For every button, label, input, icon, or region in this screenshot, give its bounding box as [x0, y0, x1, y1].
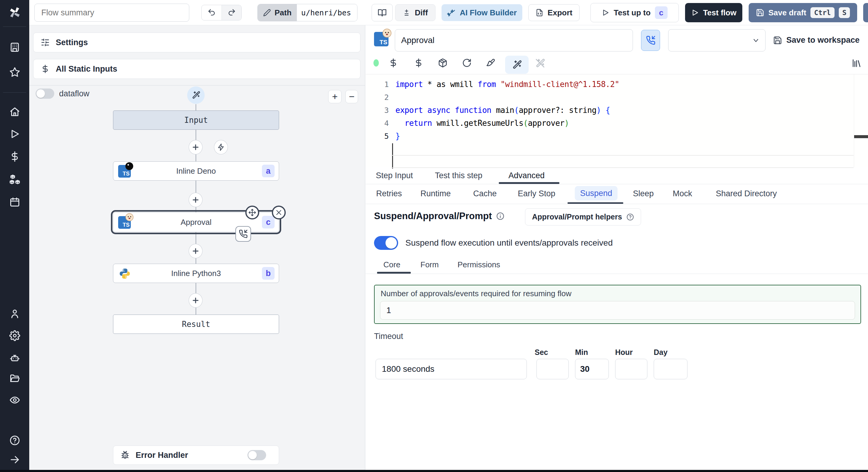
code-editor[interactable]: 12345 import * as wmill from "windmill-c… [366, 74, 868, 167]
timeout-hour-input[interactable] [615, 359, 647, 379]
assets-button[interactable] [389, 58, 398, 68]
tab-form[interactable]: Form [421, 260, 439, 269]
test-flow-button[interactable]: Test flow [685, 3, 742, 22]
step-name-input[interactable] [395, 29, 633, 52]
tab-retries[interactable]: Retries [376, 189, 402, 198]
users-icon[interactable] [9, 308, 20, 319]
flow-summary-input[interactable] [34, 4, 189, 22]
tab-suspend-label: Suspend [580, 189, 613, 198]
tab-test-this-step[interactable]: Test this step [435, 171, 483, 180]
dataflow-toggle[interactable] [36, 89, 54, 99]
format-button[interactable] [486, 58, 496, 68]
tab-early-stop[interactable]: Early Stop [518, 189, 555, 198]
workspace-icon[interactable] [9, 42, 20, 53]
dollar-icon [41, 64, 50, 73]
undo-button[interactable] [202, 5, 221, 20]
flow-settings-button[interactable]: Settings [33, 33, 361, 53]
test-flow-label: Test flow [703, 8, 737, 18]
tab-sleep[interactable]: Sleep [633, 189, 654, 198]
flow-settings-label: Settings [56, 38, 88, 47]
diff-button[interactable]: Diff [395, 4, 435, 21]
tab-core-active[interactable]: Core [383, 260, 400, 269]
close-icon [275, 209, 282, 216]
rotate-cw-icon [462, 58, 472, 68]
timeout-min-input[interactable] [575, 359, 609, 379]
windmill-logo-icon[interactable] [7, 5, 22, 20]
timeout-day-input[interactable] [654, 359, 687, 379]
tab-runtime[interactable]: Runtime [421, 189, 451, 198]
suspend-title: Suspend/Approval/Prompt [374, 211, 492, 222]
schedules-icon[interactable] [9, 197, 20, 207]
path-control[interactable]: Path u/henri/bes [257, 4, 358, 21]
approvals-required-box: Number of approvals/events required for … [374, 285, 861, 324]
step-node-inline-python3[interactable]: Inline Python3 b [113, 264, 279, 283]
tab-suspend-active[interactable]: Suspend [575, 186, 618, 200]
day-label: Day [654, 348, 668, 357]
zoom-in-button[interactable]: + [328, 90, 341, 103]
bug-icon [121, 451, 130, 460]
step-node-label: Inline Python3 [171, 269, 221, 278]
delete-step-button[interactable] [272, 206, 286, 220]
variables-icon[interactable] [9, 151, 20, 162]
tab-step-input[interactable]: Step Input [376, 171, 413, 180]
approvals-required-input[interactable] [380, 301, 855, 320]
tab-permissions[interactable]: Permissions [458, 260, 500, 269]
tab-shared-directory[interactable]: Shared Directory [716, 189, 777, 198]
error-handler-card[interactable]: Error Handler [113, 445, 279, 465]
deploy-button-partial[interactable] [863, 3, 868, 22]
code-line: import * as wmill from "windmill-client@… [396, 78, 619, 91]
ai-disabled-button[interactable] [535, 58, 545, 68]
runs-icon[interactable] [9, 129, 20, 139]
ai-flow-builder-button[interactable]: AI Flow Builder [441, 4, 522, 21]
result-node[interactable]: Result [113, 314, 279, 334]
timeout-input[interactable] [375, 359, 527, 379]
tab-advanced-active[interactable]: Advanced [508, 171, 545, 180]
tab-mock[interactable]: Mock [673, 189, 692, 198]
help-icon[interactable] [9, 435, 20, 446]
reload-button[interactable] [462, 58, 472, 68]
all-static-inputs-button[interactable]: All Static Inputs [33, 59, 361, 79]
template-select[interactable] [668, 29, 766, 52]
add-step-button[interactable] [189, 140, 203, 155]
step-node-inline-deno[interactable]: TS Inline Deno a [113, 161, 279, 180]
tab-cache[interactable]: Cache [473, 189, 497, 198]
redo-button[interactable] [221, 5, 241, 20]
resources-icon[interactable] [9, 174, 20, 185]
active-tab-underline [377, 272, 411, 274]
input-node-label: Input [184, 115, 208, 125]
add-step-button[interactable] [189, 244, 203, 258]
graph-ai-wand-button[interactable] [187, 87, 205, 104]
favorites-star-icon[interactable] [9, 67, 20, 78]
save-draft-button[interactable]: Save draft Ctrl S [749, 3, 857, 22]
info-icon[interactable] [496, 212, 504, 221]
settings-gear-icon[interactable] [9, 330, 20, 341]
play-icon [601, 9, 610, 16]
ai-assist-button-active[interactable] [505, 56, 529, 74]
docs-book-button[interactable] [372, 4, 393, 21]
path-label: Path [275, 8, 291, 18]
home-icon[interactable] [9, 107, 20, 117]
add-step-button[interactable] [189, 193, 203, 207]
timeout-sec-input[interactable] [536, 359, 569, 379]
folders-icon[interactable] [9, 373, 20, 384]
export-button[interactable]: Export [528, 4, 580, 21]
approval-prompt-helpers-button[interactable]: Approval/Prompt helpers [525, 208, 641, 226]
move-step-button[interactable] [245, 206, 259, 220]
expand-arrow-icon[interactable] [9, 454, 20, 465]
zoom-out-button[interactable]: − [345, 90, 358, 103]
dependencies-button[interactable] [438, 58, 447, 68]
variables-button[interactable] [414, 58, 424, 68]
suspend-phone-button[interactable] [641, 30, 660, 51]
workers-robot-icon[interactable] [9, 352, 20, 363]
edge [195, 130, 196, 140]
library-panel-button[interactable] [851, 58, 862, 68]
save-to-workspace-button[interactable]: Save to workspace [773, 36, 860, 45]
suspend-toggle-on[interactable] [374, 236, 398, 250]
add-step-button[interactable] [189, 293, 203, 308]
audit-eye-icon[interactable] [9, 395, 20, 405]
input-node[interactable]: Input [113, 110, 279, 130]
plus-icon [192, 196, 199, 203]
error-handler-toggle[interactable] [247, 450, 266, 460]
add-trigger-button[interactable] [214, 140, 228, 155]
test-up-to-button[interactable]: Test up to c [590, 3, 679, 22]
